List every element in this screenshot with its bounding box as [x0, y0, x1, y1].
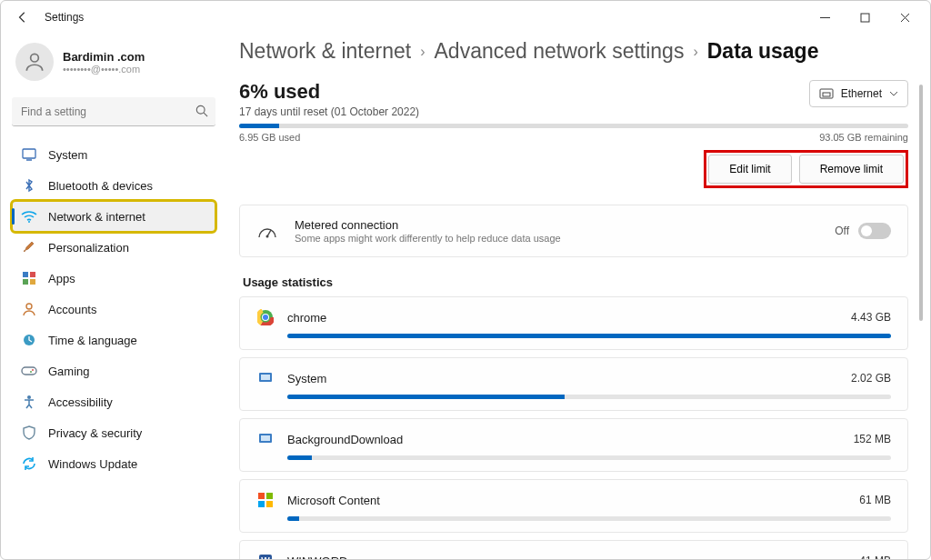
connection-dropdown[interactable]: Ethernet — [809, 80, 908, 107]
stat-name: Microsoft Content — [287, 494, 380, 507]
usage-progress-bar — [239, 124, 908, 128]
system-app-icon — [256, 430, 275, 448]
sidebar-item-label: Accounts — [48, 303, 96, 316]
stat-name: BackgroundDownload — [287, 433, 403, 446]
system-app-icon — [256, 369, 275, 387]
time-icon — [21, 332, 37, 348]
usage-percent: 6% used — [239, 80, 419, 104]
stat-name: chrome — [287, 311, 326, 325]
svg-point-14 — [27, 395, 31, 399]
net-icon — [21, 208, 37, 225]
svg-rect-3 — [23, 149, 35, 158]
svg-rect-24 — [261, 375, 270, 380]
svg-rect-28 — [266, 493, 273, 499]
stat-row[interactable]: chrome4.43 GB — [239, 296, 908, 350]
svg-rect-5 — [23, 272, 28, 277]
sidebar-item-acct[interactable]: Accounts — [12, 294, 215, 325]
sidebar-item-shield[interactable]: Privacy & security — [12, 417, 215, 448]
breadcrumb: Network & internet › Advanced network se… — [239, 39, 908, 64]
svg-point-4 — [28, 221, 30, 223]
sidebar-item-game[interactable]: Gaming — [12, 355, 215, 386]
person-icon — [23, 50, 46, 74]
word-icon: W — [256, 552, 275, 559]
stat-value: 152 MB — [854, 433, 891, 445]
chrome-icon — [256, 308, 275, 326]
stat-value: 4.43 GB — [851, 311, 891, 324]
sidebar-item-system[interactable]: System — [12, 139, 215, 170]
minimize-icon — [820, 13, 830, 23]
back-button[interactable] — [10, 5, 35, 30]
close-button[interactable] — [885, 3, 925, 32]
crumb-network[interactable]: Network & internet — [239, 39, 411, 64]
maximize-icon — [860, 13, 870, 23]
metered-connection-card[interactable]: Metered connection Some apps might work … — [239, 205, 908, 257]
sidebar-item-label: Windows Update — [48, 457, 137, 471]
edit-limit-button[interactable]: Edit limit — [708, 155, 791, 184]
search-icon — [195, 105, 208, 117]
remaining-label: 93.05 GB remaining — [819, 132, 908, 143]
sidebar-item-net[interactable]: Network & internet — [12, 201, 215, 232]
stat-row[interactable]: System2.02 GB — [239, 357, 908, 411]
svg-rect-0 — [861, 14, 869, 22]
sidebar-item-label: Bluetooth & devices — [48, 179, 153, 193]
remove-limit-button[interactable]: Remove limit — [799, 155, 904, 184]
svg-rect-8 — [30, 279, 35, 285]
profile-block[interactable]: Bardimin .com ••••••••@•••••.com — [12, 39, 215, 92]
svg-text:W: W — [261, 556, 270, 559]
scrollbar[interactable] — [919, 85, 923, 321]
shield-icon — [21, 425, 37, 441]
search-input[interactable] — [12, 97, 215, 126]
stat-name: WINWORD — [287, 555, 347, 560]
usage-stats-heading: Usage statistics — [243, 275, 908, 289]
upd-icon — [21, 455, 37, 472]
sidebar-item-label: Time & language — [48, 334, 137, 347]
stat-bar — [287, 334, 891, 338]
main-content: Network & internet › Advanced network se… — [226, 34, 926, 559]
sidebar-item-time[interactable]: Time & language — [12, 325, 215, 355]
chevron-down-icon — [889, 91, 898, 96]
acc-icon — [21, 394, 37, 410]
stat-row[interactable]: Microsoft Content61 MB — [239, 479, 908, 533]
acct-icon — [21, 301, 37, 317]
maximize-button[interactable] — [845, 3, 885, 32]
arrow-left-icon — [16, 11, 29, 24]
user-name: Bardimin .com — [63, 50, 145, 64]
sidebar-item-brush[interactable]: Personalization — [12, 232, 215, 263]
stat-value: 2.02 GB — [851, 372, 891, 385]
stat-bar — [287, 455, 891, 460]
stat-row[interactable]: WWINWORD41 MB — [239, 540, 908, 559]
svg-rect-7 — [23, 279, 28, 285]
sidebar-item-label: Network & internet — [48, 210, 145, 224]
sidebar-item-upd[interactable]: Windows Update — [12, 448, 215, 479]
svg-rect-11 — [22, 367, 36, 375]
svg-point-17 — [266, 235, 269, 238]
sidebar-item-label: Accessibility — [48, 395, 113, 409]
svg-point-2 — [196, 105, 205, 114]
svg-point-12 — [32, 369, 34, 371]
window-title: Settings — [45, 11, 84, 24]
stat-bar — [287, 516, 891, 521]
meter-icon — [256, 223, 278, 239]
title-bar: Settings — [1, 1, 930, 34]
nav-list: SystemBluetooth & devicesNetwork & inter… — [12, 139, 215, 479]
ethernet-icon — [819, 88, 834, 99]
svg-rect-16 — [823, 93, 830, 96]
bt-icon — [21, 177, 37, 194]
svg-point-9 — [26, 304, 32, 309]
usage-header: 6% used 17 days until reset (01 October … — [239, 80, 908, 118]
stat-row[interactable]: BackgroundDownload152 MB — [239, 418, 908, 472]
minimize-button[interactable] — [805, 3, 845, 32]
sidebar-item-apps[interactable]: Apps — [12, 263, 215, 294]
crumb-advanced[interactable]: Advanced network settings — [435, 39, 685, 64]
sidebar-item-label: Personalization — [48, 241, 129, 255]
sidebar-item-bt[interactable]: Bluetooth & devices — [12, 170, 215, 201]
stat-name: System — [287, 372, 326, 385]
sidebar-item-label: Gaming — [48, 365, 90, 378]
stat-value: 41 MB — [859, 555, 891, 559]
metered-toggle[interactable] — [858, 223, 891, 239]
crumb-data-usage: Data usage — [707, 39, 819, 64]
user-email: ••••••••@•••••.com — [63, 64, 145, 75]
sidebar-item-acc[interactable]: Accessibility — [12, 386, 215, 417]
search-box[interactable] — [12, 97, 215, 126]
limit-buttons-highlight: Edit limit Remove limit — [704, 150, 908, 188]
